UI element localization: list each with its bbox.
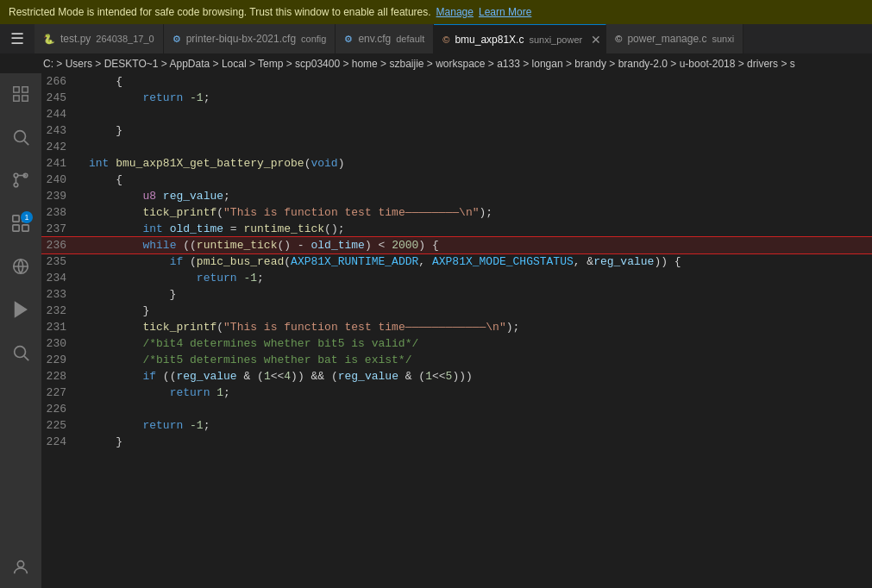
activity-extensions[interactable]: 1: [7, 210, 35, 237]
svg-point-8: [14, 173, 18, 178]
tab-bmu-c[interactable]: © bmu_axp81X.c sunxi_power ✕: [434, 24, 606, 53]
activity-remote[interactable]: [7, 253, 35, 280]
code-line-232: 232 }: [41, 303, 872, 319]
code-line-266: 266 {: [41, 73, 872, 90]
svg-rect-2: [14, 96, 19, 101]
activity-search[interactable]: [7, 123, 35, 151]
tab-label-printer-cfg: printer-biqu-bx-2021.cfg: [186, 33, 296, 45]
code-line-229: 229 /*bit5 determines whether bat is exi…: [41, 352, 872, 368]
code-line-240: 240 {: [41, 172, 872, 188]
main-layout: 1 266: [0, 73, 872, 588]
tab-sublabel-printer: config: [301, 34, 326, 44]
tab-sublabel-power: sunxi: [712, 34, 734, 44]
svg-rect-12: [22, 225, 28, 231]
tab-icon-c-power: ©: [615, 34, 622, 44]
svg-point-6: [14, 183, 18, 187]
tab-label-env-cfg: env.cfg: [358, 33, 391, 45]
code-line-235: 235 if (pmic_bus_read(AXP81X_RUNTIME_ADD…: [41, 253, 872, 270]
tab-label-test-py: test.py: [60, 33, 91, 45]
tab-printer-cfg[interactable]: ⚙ printer-biqu-bx-2021.cfg config: [164, 24, 336, 53]
svg-line-5: [24, 141, 28, 145]
svg-rect-3: [22, 96, 28, 101]
tab-test-py[interactable]: 🐍 test.py 264038_17_0: [35, 24, 164, 53]
code-line-236: 236 while ((runtime_tick() - old_time) <…: [41, 237, 872, 253]
tab-env-cfg[interactable]: ⚙ env.cfg default: [336, 24, 434, 53]
extensions-badge: 1: [21, 211, 33, 223]
tab-bar: ☰ 🐍 test.py 264038_17_0 ⚙ printer-biqu-b…: [0, 24, 872, 54]
tab-icon-gear-printer: ⚙: [173, 34, 181, 45]
code-lines-wrapper: 266 { 245 return -1; 244 243 }: [41, 73, 872, 588]
restricted-mode-bar: Restricted Mode is intended for safe cod…: [0, 0, 872, 24]
code-editor[interactable]: 266 { 245 return -1; 244 243 }: [41, 73, 872, 588]
svg-line-16: [24, 356, 28, 360]
code-line-233: 233 }: [41, 286, 872, 303]
tab-close-bmu[interactable]: ✕: [591, 33, 601, 47]
learn-more-link[interactable]: Learn More: [479, 6, 531, 18]
code-line-238: 238 tick_printf("This is function test t…: [41, 204, 872, 221]
tab-sublabel-test-py: 264038_17_0: [96, 34, 154, 44]
svg-point-15: [15, 347, 26, 358]
code-line-243: 243 }: [41, 122, 872, 139]
manage-link[interactable]: Manage: [436, 6, 474, 18]
svg-rect-0: [14, 87, 19, 92]
code-line-242: 242: [41, 139, 872, 155]
code-line-228: 228 if ((reg_value & (1<<4)) && (reg_val…: [41, 368, 872, 385]
activity-scm[interactable]: [7, 166, 35, 194]
code-line-244: 244: [41, 106, 872, 122]
breadcrumb: C: > Users > DESKTO~1 > AppData > Local …: [0, 54, 872, 73]
tab-power-c[interactable]: © power_manage.c sunxi: [606, 24, 743, 53]
code-line-231: 231 tick_printf("This is function test t…: [41, 319, 872, 335]
tab-icon-py: 🐍: [43, 34, 55, 45]
code-line-245: 245 return -1;: [41, 90, 872, 106]
code-line-234: 234 return -1;: [41, 270, 872, 286]
code-line-224: 224 }: [41, 434, 872, 450]
code-line-237: 237 int old_time = runtime_tick();: [41, 221, 872, 237]
tab-sublabel-env: default: [396, 34, 424, 44]
code-line-241: 241 int bmu_axp81X_get_battery_probe(voi…: [41, 155, 872, 172]
tab-icon-c-bmu: ©: [442, 34, 449, 45]
activity-explorer[interactable]: [7, 80, 35, 108]
svg-rect-1: [22, 87, 28, 92]
code-line-230: 230 /*bit4 determines whether bit5 is va…: [41, 335, 872, 352]
tab-label-bmu-c: bmu_axp81X.c: [455, 34, 524, 46]
svg-point-17: [17, 561, 23, 567]
activity-search2[interactable]: [7, 339, 35, 366]
activity-bar: 1: [0, 73, 41, 588]
activity-accounts[interactable]: [7, 554, 35, 581]
tab-icon-gear-env: ⚙: [344, 34, 353, 45]
code-line-227: 227 return 1;: [41, 385, 872, 401]
svg-marker-14: [16, 303, 27, 317]
activity-run[interactable]: [7, 296, 35, 323]
tab-sublabel-bmu: sunxi_power: [529, 34, 582, 45]
svg-rect-11: [13, 225, 19, 231]
code-line-239: 239 u8 reg_value;: [41, 188, 872, 204]
svg-rect-9: [13, 216, 19, 222]
code-line-226: 226: [41, 401, 872, 417]
hamburger-menu[interactable]: ☰: [0, 24, 35, 53]
restricted-bar-message: Restricted Mode is intended for safe cod…: [9, 6, 431, 18]
code-line-225: 225 return -1;: [41, 417, 872, 434]
svg-point-4: [15, 131, 26, 142]
breadcrumb-text: C: > Users > DESKTO~1 > AppData > Local …: [43, 58, 795, 70]
tab-label-power-c: power_manage.c: [627, 33, 706, 45]
